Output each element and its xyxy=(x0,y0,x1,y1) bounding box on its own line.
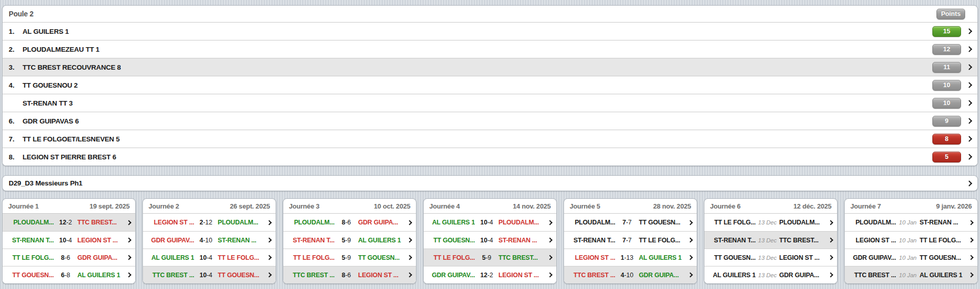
match-row[interactable]: TTC BREST ...10 JanAL GUILERS 1 xyxy=(845,266,977,283)
round-title: Journée 4 xyxy=(429,202,460,210)
match-row[interactable]: TT LE FOLG...13 DecPLOUDALM... xyxy=(704,214,837,231)
match-row[interactable]: GDR GUIPAV...10 JanTT GOUESN... xyxy=(845,249,977,266)
away-team: PLOUDALM... xyxy=(498,219,548,226)
points-badge: 10 xyxy=(932,80,961,91)
chevron-right-icon xyxy=(828,238,833,243)
match-score: 5-9 xyxy=(335,254,358,261)
chevron-right-icon xyxy=(969,238,974,243)
home-team: AL GUILERS 1 xyxy=(427,219,475,226)
standings-row[interactable]: 2.PLOUDALMEZEAU TT 112 xyxy=(3,40,977,58)
match-score: 8-6 xyxy=(54,254,77,261)
match-score: 10-4 xyxy=(54,237,77,244)
match-row[interactable]: PLOUDALM...7-7TT GOUESN... xyxy=(564,214,697,231)
match-date: 10 Jan xyxy=(896,219,920,225)
match-row[interactable]: ST-RENAN T...7-7TT LE FOLG... xyxy=(564,231,697,249)
away-team: LEGION ST ... xyxy=(77,237,127,244)
rank-number: 7. xyxy=(9,135,23,143)
match-row[interactable]: LEGION ST ...1-13AL GUILERS 1 xyxy=(564,249,697,266)
round-header: Journée 414 nov. 2025 xyxy=(424,199,556,214)
chevron-right-icon xyxy=(548,273,553,278)
round-date: 28 nov. 2025 xyxy=(653,202,691,210)
round-header: Journée 528 nov. 2025 xyxy=(564,199,697,214)
chevron-right-icon xyxy=(969,273,974,278)
team-name: TT LE FOLGOET/LESNEVEN 5 xyxy=(23,135,932,143)
chevron-right-icon xyxy=(966,118,972,123)
round-card: Journée 310 oct. 2025PLOUDALM...8-6GDR G… xyxy=(283,198,416,284)
standings-row[interactable]: 6.GDR GUIPAVAS 69 xyxy=(3,112,977,130)
away-team: TT LE FOLG... xyxy=(920,237,969,244)
match-row[interactable]: PLOUDALM...12-2TTC BREST... xyxy=(3,214,135,231)
away-team: LEGION ST ... xyxy=(779,254,829,261)
standings-row[interactable]: 7.TT LE FOLGOET/LESNEVEN 58 xyxy=(3,130,977,148)
match-score: 7-7 xyxy=(615,237,639,244)
points-badge: 10 xyxy=(932,98,961,109)
match-row[interactable]: TTC BREST ...10-4TT GOUESN... xyxy=(143,266,276,283)
home-team: AL GUILERS 1 xyxy=(708,272,756,279)
division-header-bar[interactable]: D29_D3 Messieurs Ph1 xyxy=(2,175,978,191)
standings-row[interactable]: 4.TT GOUESNOU 210 xyxy=(3,76,977,94)
match-row[interactable]: TT LE FOLG...5-9TT GOUESN... xyxy=(283,249,416,266)
away-team: TTC BREST... xyxy=(498,254,548,261)
match-date: 10 Jan xyxy=(896,237,920,243)
chevron-right-icon xyxy=(966,136,972,141)
match-score: 12-2 xyxy=(475,272,498,279)
match-row[interactable]: LEGION ST ...2-12PLOUDALM... xyxy=(143,214,276,231)
match-row[interactable]: TTC BREST ...4-10GDR GUIPA... xyxy=(564,266,697,283)
rank-number: 8. xyxy=(9,153,23,161)
chevron-right-icon xyxy=(267,238,272,243)
standings-row[interactable]: 3.TTC BREST RECOUVRANCE 811 xyxy=(3,58,977,76)
away-team: TT GOUESN... xyxy=(218,272,267,279)
round-title: Journée 7 xyxy=(850,202,881,210)
match-row[interactable]: TT LE FOLG...5-9TTC BREST... xyxy=(424,249,556,266)
match-row[interactable]: TT GOUESN...6-8AL GUILERS 1 xyxy=(3,266,135,283)
chevron-right-icon xyxy=(407,273,412,278)
home-team: PLOUDALM... xyxy=(6,219,54,226)
match-date: 13 Dec xyxy=(756,219,779,225)
away-team: TTC BREST... xyxy=(779,237,829,244)
away-team: LEGION ST ... xyxy=(358,272,408,279)
match-row[interactable]: GDR GUIPAV...4-10ST-RENAN ... xyxy=(143,231,276,249)
match-score: 4-10 xyxy=(615,272,639,279)
match-row[interactable]: AL GUILERS 110-4PLOUDALM... xyxy=(424,214,556,231)
match-row[interactable]: TT GOUESN...10-4ST-RENAN ... xyxy=(424,231,556,249)
away-team: PLOUDALM... xyxy=(779,219,829,226)
match-score: 8-6 xyxy=(335,272,358,279)
chevron-right-icon xyxy=(407,238,412,243)
round-title: Journée 6 xyxy=(710,202,741,210)
away-team: TT GOUESN... xyxy=(358,254,408,261)
standings-row[interactable]: ST-RENAN TT 310 xyxy=(3,94,977,112)
chevron-right-icon xyxy=(966,180,972,186)
round-title: Journée 2 xyxy=(149,202,179,210)
round-date: 12 déc. 2025 xyxy=(794,202,831,210)
match-row[interactable]: TTC BREST ...8-6LEGION ST ... xyxy=(283,266,416,283)
away-team: ST-RENAN ... xyxy=(218,237,267,244)
match-row[interactable]: TT LE FOLG...8-6GDR GUIPA... xyxy=(3,249,135,266)
chevron-right-icon xyxy=(688,238,693,243)
chevron-right-icon xyxy=(966,64,972,70)
round-date: 26 sept. 2025 xyxy=(230,202,270,210)
round-card: Journée 612 déc. 2025TT LE FOLG...13 Dec… xyxy=(704,198,838,284)
match-row[interactable]: AL GUILERS 113 DecGDR GUIPA... xyxy=(704,266,837,283)
away-team: AL GUILERS 1 xyxy=(77,272,127,279)
home-team: AL GUILERS 1 xyxy=(147,254,194,261)
team-name: GDR GUIPAVAS 6 xyxy=(23,117,932,125)
division-title: D29_D3 Messieurs Ph1 xyxy=(9,179,967,187)
home-team: PLOUDALM... xyxy=(287,219,335,226)
match-row[interactable]: ST-RENAN T...5-9AL GUILERS 1 xyxy=(283,231,416,249)
match-row[interactable]: PLOUDALM...10 JanST-RENAN ... xyxy=(845,214,977,231)
match-row[interactable]: PLOUDALM...8-6GDR GUIPA... xyxy=(283,214,416,231)
match-row[interactable]: AL GUILERS 110-4TT LE FOLG... xyxy=(143,249,276,266)
away-team: AL GUILERS 1 xyxy=(358,237,408,244)
chevron-right-icon xyxy=(127,273,132,278)
match-row[interactable]: ST-RENAN T...10-4LEGION ST ... xyxy=(3,231,135,249)
match-row[interactable]: GDR GUIPAV...12-2LEGION ST ... xyxy=(424,266,556,283)
home-team: LEGION ST ... xyxy=(147,219,194,226)
match-row[interactable]: TT GOUESN...13 DecLEGION ST ... xyxy=(704,249,837,266)
round-date: 9 janv. 2026 xyxy=(936,202,972,210)
match-row[interactable]: ST-RENAN T...13 DecTTC BREST... xyxy=(704,231,837,249)
match-row[interactable]: LEGION ST ...10 JanTT LE FOLG... xyxy=(845,231,977,249)
standings-row[interactable]: 8.LEGION ST PIERRE BREST 65 xyxy=(3,148,977,166)
match-score: 10-4 xyxy=(475,237,498,244)
standings-row[interactable]: 1.AL GUILERS 115 xyxy=(3,22,977,40)
home-team: PLOUDALM... xyxy=(568,219,615,226)
